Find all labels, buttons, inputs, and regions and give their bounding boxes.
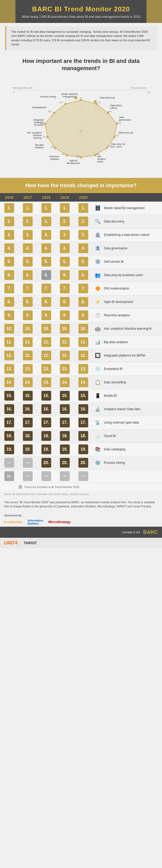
svg-text:6.3: 6.3 xyxy=(108,145,111,148)
rank-2017-4: 4. xyxy=(18,243,37,253)
rank-2019-20: 20. xyxy=(55,458,74,468)
svg-point-37 xyxy=(53,112,55,114)
rank-2018-11: 11. xyxy=(37,337,55,347)
table-row: 19. 19. 19. 19. 19. 📚 Data cataloging xyxy=(0,443,162,456)
trend-item-1: 🗄️ Master data/DQ management xyxy=(92,203,162,214)
table-row: 1. 1. 1. 1. 1. 🗄️ Master data/DQ managem… xyxy=(0,202,162,215)
rank-2018-1: 1. xyxy=(37,203,55,213)
no-data-square xyxy=(18,485,22,489)
rank-2017-5: 5. xyxy=(18,257,37,267)
rank-2020-3: 3. xyxy=(74,230,92,240)
radar-chart-container: 0 Not important at all Very important 10 xyxy=(0,75,162,178)
svg-text:analytics: analytics xyxy=(50,158,59,160)
rank-2017-9: 9. xyxy=(18,310,37,320)
svg-text:5.8: 5.8 xyxy=(96,153,99,155)
trend-item-19: 📚 Data cataloging xyxy=(92,444,162,455)
svg-point-31 xyxy=(94,154,96,156)
table-row: 10. 10. 10. 10. 10. 🤖 Adv. analytics/ Ma… xyxy=(0,322,162,336)
trend-name-7: DW modernization xyxy=(104,287,129,291)
svg-text:6.9: 6.9 xyxy=(109,110,112,113)
rank-2019-4: 4. xyxy=(55,243,74,253)
svg-text:Data-driven: Data-driven xyxy=(110,104,122,107)
intro-text: The market for BI and data management is… xyxy=(5,26,157,50)
rank-2019-16: 16. xyxy=(55,404,74,414)
svg-text:6.9: 6.9 xyxy=(118,121,121,124)
table-row: 7. 7. 7. 7. 7. 🔶 DW modernization xyxy=(0,282,162,296)
rank-2016-18: 18. xyxy=(0,431,18,441)
rank-2016-2: 2. xyxy=(0,217,18,226)
svg-text:analytics: analytics xyxy=(35,146,44,149)
barc-footer: courage to act BARC xyxy=(0,527,162,538)
svg-text:management: management xyxy=(63,95,76,98)
trend-name-19: Data cataloging xyxy=(104,447,125,452)
trend-item-3: 🏛️ Establishing a data-driven culture xyxy=(92,229,162,241)
trend-item-14: 📋 Data storytelling xyxy=(92,377,162,388)
rank-2016-6: 6. xyxy=(0,270,18,280)
agile-bi-icon: ⚡ xyxy=(93,298,102,306)
trend-item-6: 👥 Data prep by business users xyxy=(92,270,162,281)
rank-2017-17: 17. xyxy=(18,417,37,427)
rank-2016-15: 15. xyxy=(0,391,18,401)
rank-2017-20: — xyxy=(18,458,37,468)
rank-2017-21: — xyxy=(18,471,37,481)
table-row: — — 20. 20. 20. ⚙️ Process mining xyxy=(0,456,162,470)
cloud-bi-icon: ☁️ xyxy=(93,432,102,440)
rank-2020-18: 18. xyxy=(74,431,92,441)
table-row: 18. 18. 18. 18. 18. ☁️ Cloud BI xyxy=(0,430,162,443)
data-governance-icon: 🏦 xyxy=(93,244,102,252)
svg-text:governance: governance xyxy=(119,119,131,121)
embedded-bi-icon: ❄️ xyxy=(93,365,102,373)
svg-point-38 xyxy=(65,103,67,105)
svg-text:0: 0 xyxy=(13,91,14,94)
footer-body: The survey "BI Trend Monitor 2020" was p… xyxy=(4,501,155,508)
rank-2020-13: 13. xyxy=(74,364,92,374)
svg-rect-81 xyxy=(94,100,96,103)
svg-text:Integrated: Integrated xyxy=(33,119,44,121)
year-2018: 2018 xyxy=(37,195,55,199)
rank-2018-4: 4. xyxy=(37,243,55,253)
table-row: 2. 2. 2. 2. 2. 🔍 Data discovery xyxy=(0,215,162,228)
rank-2017-7: 7. xyxy=(18,284,37,293)
rank-2019-14: 14. xyxy=(55,377,74,387)
integrated-platforms-icon: 🔲 xyxy=(93,351,102,360)
rank-2018-8: 8. xyxy=(37,297,55,307)
rank-2016-4: 4. xyxy=(0,243,18,253)
svg-text:5.5: 5.5 xyxy=(51,146,54,148)
rank-2020-11: 11. xyxy=(74,337,92,347)
svg-text:Data prep. by: Data prep. by xyxy=(111,143,125,146)
rank-2018-16: 16. xyxy=(37,404,55,414)
rank-2019-1: 1. xyxy=(55,203,74,213)
footer-source: Source: BI Trend Monitor 2020, November … xyxy=(0,491,162,498)
table-row: 8. 8. 8. 8. 8. ⚡ Agile BI development xyxy=(0,296,162,309)
trend-name-18: Cloud BI xyxy=(104,434,116,438)
rank-2020-5: 5. xyxy=(74,257,92,267)
svg-text:7.7: 7.7 xyxy=(79,97,83,99)
rank-2020-6: 6. xyxy=(74,270,92,280)
rank-2018-20: 20. xyxy=(37,458,55,468)
rank-2018-3: 3. xyxy=(37,230,55,240)
trend-name-11: Big data analytics xyxy=(104,340,128,344)
rank-2016-9: 9. xyxy=(0,310,18,320)
trend-name-17: Using external/ open data xyxy=(104,421,139,425)
bottom-sponsors: UNIT4 TARGIT xyxy=(0,538,162,548)
unit4-logo: UNIT4 xyxy=(4,540,17,546)
trend-item-16: 🔬 Analytics teams/ Data labs xyxy=(92,403,162,415)
trend-item-4: 🏦 Data governance xyxy=(92,243,162,254)
rank-2019-8: 8. xyxy=(55,297,74,307)
rank-2017-11: 11. xyxy=(18,337,37,347)
svg-text:10: 10 xyxy=(147,91,150,94)
rank-2016-11: 11. xyxy=(0,337,18,347)
table-row: 15. 15. 15. 15. 15. 📱 Mobile BI xyxy=(0,389,162,403)
svg-text:5.6: 5.6 xyxy=(48,110,51,113)
rank-2016-10: 10. xyxy=(0,324,18,334)
rank-2020-19: 19. xyxy=(74,444,92,454)
rank-2019-2: 2. xyxy=(55,217,74,226)
year-2019: 2019 xyxy=(55,195,74,199)
svg-point-34 xyxy=(54,147,56,149)
trend-item-15: 📱 Mobile BI xyxy=(92,390,162,401)
trend-name-5: Self-service BI xyxy=(104,260,124,264)
table-row: 12. 12. 12. 12. 12. 🔲 Integrated platfor… xyxy=(0,349,162,363)
svg-point-29 xyxy=(113,136,116,138)
table-row: 3. 3. 3. 3. 3. 🏛️ Establishing a data-dr… xyxy=(0,228,162,242)
rank-2016-20: — xyxy=(0,458,18,468)
